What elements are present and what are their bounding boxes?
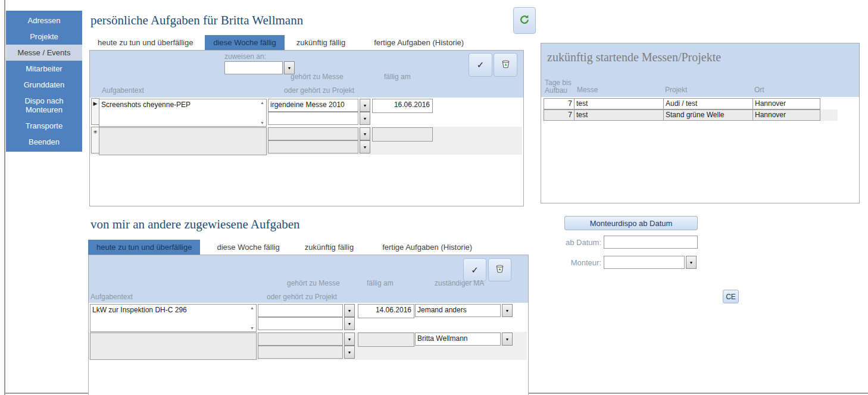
- scroll-down-icon[interactable]: ▼: [260, 121, 264, 125]
- delete-task-button[interactable]: [494, 53, 517, 77]
- complete-task-button[interactable]: ✓: [469, 53, 492, 77]
- field-scrollbar[interactable]: ▲ ▼: [248, 305, 256, 331]
- chevron-down-icon[interactable]: ▼: [360, 99, 370, 112]
- projekt-value[interactable]: [258, 346, 343, 359]
- assign-to-combobox[interactable]: ▼: [224, 61, 295, 74]
- projekt-value[interactable]: [268, 140, 358, 153]
- ort-field[interactable]: Hannover: [753, 98, 820, 109]
- current-record-arrow-icon[interactable]: ▶: [91, 98, 99, 125]
- new-task-row: ✳ ▼ ▼: [90, 127, 522, 155]
- task-text-field[interactable]: LkW zur Inspektion DH-C 296 ▲ ▼: [90, 304, 257, 332]
- complete-task-button[interactable]: ✓: [463, 258, 486, 281]
- tab-fertige[interactable]: fertige Aufgaben (Historie): [374, 240, 480, 255]
- tage-bis-aufbau-field[interactable]: 7: [544, 98, 574, 109]
- task-row: ▶ Screenshots cheyenne-PEP ▲ ▼ irgendein…: [90, 98, 522, 126]
- messe-combobox[interactable]: ▼: [258, 333, 355, 346]
- sidebar-item-dispo-nach-monteuren[interactable]: Dispo nach Monteuren: [6, 93, 82, 118]
- delegated-tasks-title: von mir an andere zugewiesene Aufgaben: [90, 217, 300, 232]
- projekt-combobox[interactable]: ▼: [268, 140, 370, 153]
- responsible-ma-value[interactable]: Jemand anders: [415, 304, 501, 317]
- tab-zukuenftig[interactable]: zukünftig fällig: [288, 35, 354, 50]
- monteur-label: Monteur:: [554, 258, 601, 267]
- projekt-combobox[interactable]: ▼: [258, 317, 355, 330]
- col-label-aufgabentext: Aufgabentext: [90, 293, 133, 301]
- due-date-field[interactable]: 14.06.2016: [358, 304, 414, 318]
- main-navigation: Adressen Projekte Messe / Events Mitarbe…: [6, 11, 82, 152]
- chevron-down-icon[interactable]: ▼: [344, 317, 355, 330]
- projekt-combobox[interactable]: ▼: [268, 112, 370, 125]
- scroll-up-icon[interactable]: ▲: [250, 306, 254, 310]
- messe-field[interactable]: test: [574, 98, 664, 109]
- ort-field[interactable]: Hannover: [753, 109, 820, 121]
- tab-heute-zu-tun[interactable]: heute zu tun und überfällige: [89, 35, 201, 50]
- task-text-value[interactable]: LkW zur Inspektion DH-C 296: [90, 305, 248, 331]
- chevron-down-icon[interactable]: ▼: [344, 346, 355, 359]
- due-date-field[interactable]: 16.06.2016: [372, 99, 433, 113]
- tab-diese-woche[interactable]: diese Woche fällig: [208, 240, 288, 255]
- sidebar-item-adressen[interactable]: Adressen: [6, 12, 82, 29]
- monteurdispo-button[interactable]: Monteurdispo ab Datum: [564, 216, 698, 230]
- messe-value[interactable]: [258, 333, 343, 346]
- messe-value[interactable]: [258, 304, 343, 317]
- trash-icon: [495, 264, 505, 276]
- due-date-field[interactable]: [358, 333, 414, 347]
- responsible-ma-value[interactable]: Britta Wellmann: [415, 333, 501, 346]
- ce-button[interactable]: CE: [723, 290, 739, 303]
- col-label-projekt: oder gehört zu Projekt: [284, 86, 354, 95]
- task-text-value[interactable]: [90, 333, 256, 359]
- tab-zukuenftig[interactable]: zukünftig fällig: [296, 240, 362, 255]
- delegated-tasks-tabbar: heute zu tun und überfällige diese Woche…: [88, 239, 480, 255]
- chevron-down-icon[interactable]: ▼: [344, 333, 355, 346]
- chevron-down-icon[interactable]: ▼: [344, 304, 355, 317]
- chevron-down-icon[interactable]: ▼: [360, 140, 370, 153]
- responsible-ma-combobox[interactable]: Britta Wellmann ▼: [415, 333, 513, 346]
- messe-combobox[interactable]: ▼: [258, 304, 355, 317]
- chevron-down-icon[interactable]: ▼: [360, 112, 370, 125]
- messe-field[interactable]: test: [574, 109, 664, 121]
- field-scrollbar[interactable]: ▲ ▼: [258, 99, 266, 126]
- chevron-down-icon[interactable]: ▼: [502, 304, 513, 317]
- sidebar-item-projekte[interactable]: Projekte: [6, 29, 82, 45]
- new-record-icon[interactable]: ✳: [91, 127, 99, 153]
- ab-datum-input[interactable]: [604, 236, 698, 249]
- personal-tasks-tabbar: heute zu tun und überfällige diese Woche…: [89, 35, 472, 50]
- projekt-combobox[interactable]: ▼: [258, 346, 355, 359]
- refresh-button[interactable]: [513, 7, 536, 34]
- sidebar-item-messe-events[interactable]: Messe / Events: [6, 45, 82, 61]
- chevron-down-icon[interactable]: ▼: [502, 333, 513, 346]
- task-text-field[interactable]: Screenshots cheyenne-PEP ▲ ▼: [99, 99, 267, 127]
- messe-row[interactable]: 7 test Stand grüne Welle Hannover: [542, 109, 838, 121]
- assign-to-value[interactable]: [224, 61, 283, 74]
- sidebar-item-beenden[interactable]: Beenden: [6, 134, 82, 150]
- messe-combobox[interactable]: irgendeine Messe 2010 ▼: [268, 99, 370, 112]
- projekt-field[interactable]: Audi / test: [663, 98, 754, 109]
- monteur-value[interactable]: [604, 256, 685, 269]
- tab-fertige[interactable]: fertige Aufgaben (Historie): [366, 35, 472, 50]
- task-text-value[interactable]: [99, 128, 266, 155]
- projekt-value[interactable]: [268, 112, 358, 125]
- delete-task-button[interactable]: [488, 258, 511, 281]
- scroll-down-icon[interactable]: ▼: [250, 326, 254, 330]
- task-text-field[interactable]: [90, 333, 257, 360]
- sidebar-item-transporte[interactable]: Transporte: [6, 118, 82, 134]
- sidebar-item-mitarbeiter[interactable]: Mitarbeiter: [6, 61, 82, 77]
- due-date-field[interactable]: [372, 127, 433, 142]
- messe-row[interactable]: 7 test Audi / test Hannover: [542, 98, 838, 109]
- chevron-down-icon[interactable]: ▼: [360, 127, 370, 140]
- sidebar-item-grunddaten[interactable]: Grunddaten: [6, 77, 82, 93]
- col-label-ort: Ort: [754, 86, 764, 94]
- tab-diese-woche[interactable]: diese Woche fällig: [205, 35, 284, 50]
- messe-value[interactable]: [268, 127, 358, 140]
- tage-bis-aufbau-field[interactable]: 7: [544, 109, 574, 121]
- messe-combobox[interactable]: ▼: [268, 127, 370, 140]
- task-text-field[interactable]: [99, 127, 267, 155]
- tab-heute-zu-tun[interactable]: heute zu tun und überfällige: [88, 240, 200, 255]
- task-text-value[interactable]: Screenshots cheyenne-PEP: [99, 99, 258, 126]
- projekt-field[interactable]: Stand grüne Welle: [663, 109, 754, 121]
- chevron-down-icon[interactable]: ▼: [686, 256, 697, 269]
- messe-value[interactable]: irgendeine Messe 2010: [268, 99, 358, 112]
- responsible-ma-combobox[interactable]: Jemand anders ▼: [415, 304, 513, 317]
- scroll-up-icon[interactable]: ▲: [260, 101, 264, 105]
- monteur-combobox[interactable]: ▼: [604, 256, 697, 269]
- projekt-value[interactable]: [258, 317, 343, 330]
